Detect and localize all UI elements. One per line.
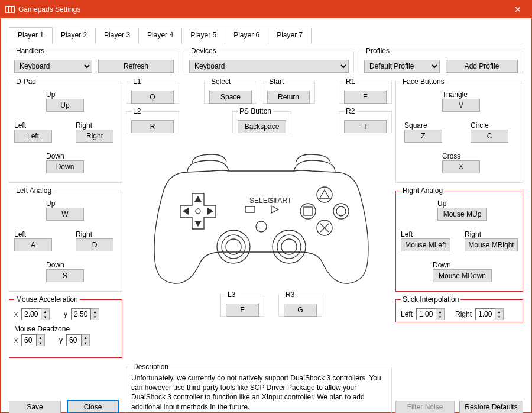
l3-group: L3 F <box>220 291 264 317</box>
left-analog-group: Left Analog Up W Left A Right D <box>9 186 122 292</box>
window-title: Gamepads Settings <box>18 5 504 14</box>
accel-x-stepper[interactable]: ▲▼ <box>41 308 50 320</box>
profiles-legend: Profiles <box>364 47 391 55</box>
add-profile-button[interactable]: Add Profile <box>446 60 518 73</box>
l1-group: L1 Q <box>126 78 179 104</box>
description-legend: Description <box>131 363 170 371</box>
devices-group: Devices Keyboard <box>184 47 354 73</box>
circle-button[interactable]: C <box>471 130 508 143</box>
r2-group: R2 T <box>339 107 392 133</box>
dpad-left-label: Left <box>14 121 52 130</box>
dead-y-input[interactable] <box>66 334 82 346</box>
mouse-dead-legend: Mouse Deadzone <box>14 325 117 333</box>
square-label: Square <box>404 121 442 130</box>
r1-group: R1 E <box>339 78 392 104</box>
r3-button[interactable]: G <box>284 304 317 317</box>
svg-point-10 <box>222 235 245 259</box>
dead-x-stepper[interactable]: ▲▼ <box>37 334 45 346</box>
devices-legend: Devices <box>189 47 218 55</box>
accel-y-stepper[interactable]: ▲▼ <box>91 308 99 320</box>
select-button[interactable]: Space <box>209 91 252 104</box>
tab-player-4[interactable]: Player 4 <box>138 28 182 44</box>
r1-button[interactable]: E <box>344 91 387 104</box>
description-group: Description Unfortunately, we currently … <box>126 363 392 413</box>
handlers-select[interactable]: Keyboard <box>14 60 92 73</box>
r1-legend: R1 <box>344 78 356 86</box>
stick-legend: Stick Interpolation <box>401 295 460 304</box>
dpad-left-button[interactable]: Left <box>14 130 52 143</box>
accel-y-input[interactable] <box>71 308 91 320</box>
tab-player-2[interactable]: Player 2 <box>52 28 96 44</box>
tab-player-6[interactable]: Player 6 <box>225 28 268 44</box>
svg-rect-3 <box>304 207 312 215</box>
psbutton-button[interactable]: Backspace <box>238 120 286 133</box>
stick-right-input[interactable] <box>475 308 495 320</box>
r2-button[interactable]: T <box>344 120 387 133</box>
restore-defaults-button[interactable]: Restore Defaults <box>459 401 523 413</box>
stick-left-input[interactable] <box>416 308 436 320</box>
dpad-up-button[interactable]: Up <box>46 99 84 112</box>
tab-player-1[interactable]: Player 1 <box>9 27 53 43</box>
devices-select[interactable]: Keyboard <box>189 60 349 73</box>
accel-x-label: x <box>14 310 18 318</box>
r3-legend: R3 <box>284 291 296 299</box>
dpad-group: D-Pad Up Up Left Left Right Right <box>9 78 122 183</box>
svg-point-13 <box>277 235 301 259</box>
mouse-settings-group: Mouse Acceleration x ▲▼ y ▲▼ Mouse Deadz… <box>9 295 122 358</box>
description-text: Unfortunately, we currently do not nativ… <box>131 373 387 412</box>
r3-group: R3 G <box>278 291 322 317</box>
l1-legend: L1 <box>131 78 142 86</box>
ra-down-button[interactable]: Mouse MDown <box>433 269 492 282</box>
titlebar: Gamepads Settings ✕ <box>1 1 531 18</box>
close-button[interactable]: Close <box>67 400 119 413</box>
ra-left-button[interactable]: Mouse MLeft <box>401 238 450 251</box>
tab-player-7[interactable]: Player 7 <box>268 28 312 44</box>
l1-button[interactable]: Q <box>131 91 174 104</box>
tab-player-5[interactable]: Player 5 <box>181 28 225 44</box>
start-button[interactable]: Return <box>267 91 310 104</box>
l2-legend: L2 <box>131 107 142 115</box>
la-left-button[interactable]: A <box>14 238 52 251</box>
stick-right-stepper[interactable]: ▲▼ <box>495 308 504 320</box>
svg-rect-7 <box>245 206 255 212</box>
face-legend: Face Buttons <box>401 78 446 86</box>
dead-x-input[interactable] <box>21 334 37 346</box>
cross-button[interactable]: X <box>442 160 480 173</box>
circle-label: Circle <box>471 121 508 130</box>
l3-button[interactable]: F <box>226 304 259 317</box>
profiles-select[interactable]: Default Profile <box>364 60 440 73</box>
stick-left-label: Left <box>401 310 413 318</box>
ra-up-button[interactable]: Mouse MUp <box>437 208 487 221</box>
r2-legend: R2 <box>344 107 356 115</box>
start-group: Start Return <box>262 78 315 104</box>
accel-x-input[interactable] <box>21 308 41 320</box>
left-analog-legend: Left Analog <box>14 186 53 195</box>
dpad-legend: D-Pad <box>14 78 38 86</box>
app-icon <box>5 6 15 13</box>
la-down-button[interactable]: S <box>46 269 84 282</box>
dpad-right-label: Right <box>76 121 113 130</box>
tab-player-3[interactable]: Player 3 <box>95 28 139 44</box>
square-button[interactable]: Z <box>404 130 442 143</box>
l2-button[interactable]: R <box>131 120 174 133</box>
dpad-down-button[interactable]: Down <box>46 160 84 173</box>
save-button[interactable]: Save <box>9 401 61 413</box>
stick-left-stepper[interactable]: ▲▼ <box>436 308 445 320</box>
ra-right-button[interactable]: Mouse MRight <box>465 238 518 251</box>
triangle-button[interactable]: V <box>442 99 480 112</box>
l2-group: L2 R <box>126 107 179 133</box>
dpad-right-button[interactable]: Right <box>76 130 113 143</box>
dead-y-stepper[interactable]: ▲▼ <box>82 334 90 346</box>
dead-y-label: y <box>59 336 63 344</box>
la-right-button[interactable]: D <box>76 238 113 251</box>
refresh-button[interactable]: Refresh <box>98 60 174 73</box>
svg-start-label: START <box>269 196 292 205</box>
handlers-group: Handlers Keyboard Refresh <box>9 47 179 73</box>
la-up-button[interactable]: W <box>46 208 84 221</box>
ra-up-label: Up <box>437 199 487 208</box>
la-down-label: Down <box>46 261 84 269</box>
close-icon[interactable]: ✕ <box>504 1 531 18</box>
svg-point-8 <box>256 221 267 232</box>
dead-x-label: x <box>14 336 18 344</box>
la-left-label: Left <box>14 230 52 238</box>
